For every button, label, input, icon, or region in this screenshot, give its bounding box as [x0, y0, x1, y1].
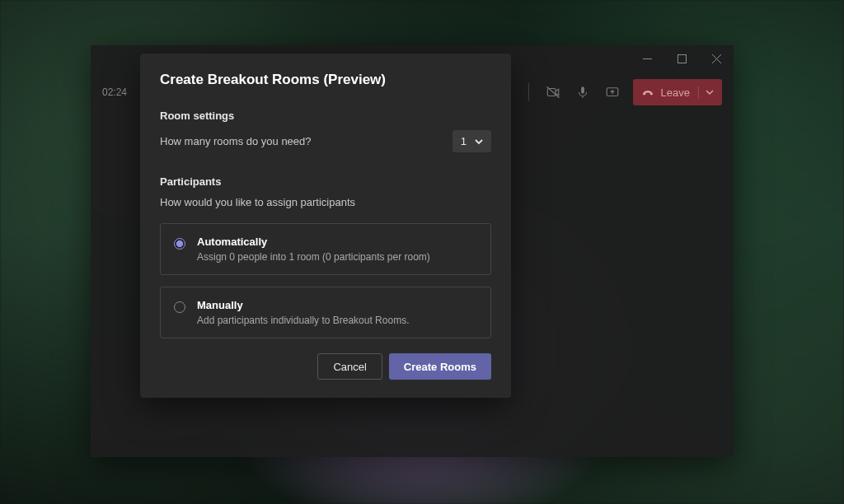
create-rooms-button[interactable]: Create Rooms [389, 353, 491, 380]
mic-icon [575, 85, 590, 100]
hangup-icon [641, 86, 654, 99]
maximize-icon [678, 54, 687, 63]
share-button[interactable] [603, 83, 621, 101]
rooms-question-row: How many rooms do you need? 1 [160, 130, 491, 152]
svg-rect-13 [547, 89, 556, 96]
option-automatically[interactable]: Automatically Assign 0 people into 1 roo… [160, 223, 491, 275]
radio-manually[interactable] [174, 301, 185, 313]
leave-label: Leave [661, 86, 690, 99]
option-manually-text: Manually Add participants individually t… [197, 299, 409, 326]
room-settings-label: Room settings [160, 110, 491, 122]
minimize-button[interactable] [630, 45, 664, 72]
cancel-button[interactable]: Cancel [317, 353, 382, 380]
camera-button[interactable] [544, 83, 562, 101]
option-auto-desc: Assign 0 people into 1 room (0 participa… [197, 251, 430, 263]
maximize-button[interactable] [664, 45, 699, 72]
leave-chevron[interactable] [698, 86, 714, 99]
window-controls [630, 45, 734, 72]
toolbar-right: Leave [525, 79, 722, 105]
modal-actions: Cancel Create Rooms [160, 353, 491, 380]
toolbar-divider [528, 83, 529, 101]
leave-button[interactable]: Leave [633, 79, 722, 105]
mic-button[interactable] [574, 83, 592, 101]
rooms-count-value: 1 [461, 135, 467, 147]
camera-off-icon [546, 85, 560, 100]
option-manual-desc: Add participants individually to Breakou… [197, 315, 409, 326]
participants-label: Participants [160, 175, 491, 188]
close-button[interactable] [699, 45, 734, 72]
modal-title: Create Breakout Rooms (Preview) [160, 72, 491, 88]
chevron-down-icon [475, 138, 483, 146]
minimize-icon [643, 54, 652, 63]
call-timer: 02:24 [102, 86, 127, 98]
close-icon [712, 54, 721, 63]
rooms-question: How many rooms do you need? [160, 135, 312, 147]
share-icon [605, 85, 620, 100]
option-manually[interactable]: Manually Add participants individually t… [160, 287, 491, 338]
create-breakout-rooms-modal: Create Breakout Rooms (Preview) Room set… [140, 54, 511, 398]
svg-rect-15 [581, 86, 584, 93]
option-auto-title: Automatically [197, 236, 430, 248]
option-manual-title: Manually [197, 299, 409, 311]
rooms-count-select[interactable]: 1 [452, 130, 491, 152]
participants-question: How would you like to assign participant… [160, 196, 491, 208]
svg-rect-1 [678, 54, 686, 63]
radio-automatically[interactable] [174, 238, 185, 250]
option-automatically-text: Automatically Assign 0 people into 1 roo… [197, 236, 430, 263]
chevron-down-icon [706, 88, 714, 96]
